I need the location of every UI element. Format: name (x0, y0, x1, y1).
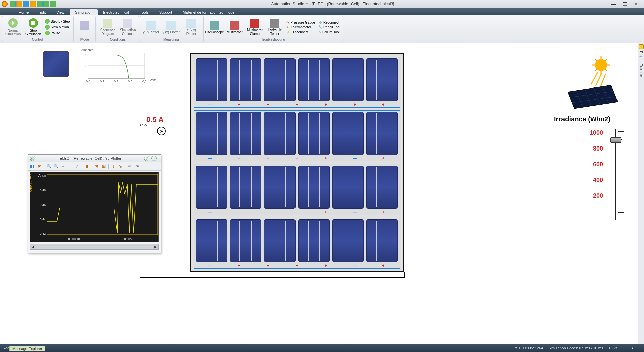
tab-electrotechnical[interactable]: Electrotechnical (98, 9, 135, 15)
disconnect-button[interactable]: ⚡Disconnect (285, 30, 316, 34)
oscilloscope-button[interactable]: Oscilloscope (205, 17, 224, 37)
fit-x-icon[interactable]: ↔ (60, 163, 66, 169)
scroll-track[interactable] (36, 244, 153, 249)
project-explorer-handle[interactable]: Project Explorer (638, 43, 644, 344)
pause-button[interactable]: Pause (44, 30, 71, 36)
solar-cell[interactable] (366, 112, 398, 155)
sep-icon[interactable]: ▮ (84, 163, 90, 169)
hydraulic-tester-button[interactable]: Hydraulic Tester (265, 17, 284, 37)
tab-tools[interactable]: Tools (135, 9, 154, 15)
qat-play-icon[interactable] (43, 1, 49, 7)
pin-icon[interactable] (639, 44, 644, 49)
save-plot-icon[interactable]: ↘ (117, 163, 123, 169)
pressure-gauge-button[interactable]: ◔Pressure Gauge (285, 20, 316, 25)
solar-cell[interactable] (230, 219, 262, 262)
wire (166, 85, 190, 85)
solar-cell[interactable] (196, 58, 227, 101)
solar-cell[interactable] (230, 112, 262, 155)
solar-cell[interactable] (332, 58, 364, 101)
qat-btn4-icon[interactable] (30, 1, 36, 7)
tab-simulation[interactable]: Simulation (70, 9, 98, 15)
mode-button[interactable] (75, 17, 94, 37)
pause-plot-icon[interactable]: ▮▮ (29, 163, 35, 169)
qat-step-icon[interactable] (50, 1, 56, 7)
export-icon[interactable]: ↧ (110, 163, 116, 169)
tab-training[interactable]: Matériel de formation technique (177, 9, 240, 15)
solar-cell[interactable] (298, 112, 330, 155)
solar-cell[interactable] (230, 166, 262, 209)
schematic-canvas[interactable]: Ampères 4 2 0 0,0 0,2 0,4 0,6 0,8 Volts … (0, 43, 638, 344)
minimize-button[interactable]: — (609, 1, 618, 7)
expand-icon[interactable]: › (151, 156, 157, 161)
grid-icon[interactable]: ▦ (101, 163, 107, 169)
zoom-slider-icon[interactable]: ───●─── (624, 346, 641, 350)
cursor-icon[interactable]: ✖ (94, 163, 100, 169)
simulation-options-button[interactable]: Simulation Options (118, 17, 137, 37)
plot-scrollbar[interactable]: ◀ ▶ (30, 244, 159, 250)
yx-plotter-button[interactable]: y (x) Plotter (162, 17, 180, 37)
titlebar: Automation Studio™ - [ELEC - (Renewable … (0, 0, 644, 8)
step-by-step-button[interactable]: Step by Step (44, 19, 71, 24)
power-icon[interactable]: ⏻ (30, 156, 35, 161)
zoom-in-icon[interactable]: 🔍 (46, 163, 52, 169)
yt-plotter-window[interactable]: ⏻ ELEC - (Renewable -Cell) : Yt_Plotter … (28, 154, 161, 253)
solar-cell[interactable] (366, 58, 398, 101)
multimeter-clamp-button[interactable]: Multimeter Clamp (245, 17, 264, 37)
solar-cell[interactable] (196, 166, 227, 209)
tab-edit[interactable]: Edit (34, 9, 51, 15)
solar-cell[interactable] (298, 58, 330, 101)
zxy-plotter-button[interactable]: z (x,y) Plotter (182, 17, 201, 37)
solar-panel-array[interactable]: —++++++ —++++—+ —++++—+ —++++—+ (190, 53, 404, 272)
zoom-out-icon[interactable]: 🔍 (53, 163, 59, 169)
solar-cell[interactable] (264, 166, 296, 209)
reconnect-button[interactable]: 🔗Reconnect (317, 20, 341, 25)
normal-simulation-button[interactable]: Normal Simulation (4, 17, 22, 37)
tab-view[interactable]: View (51, 9, 70, 15)
solar-cell[interactable] (196, 219, 227, 262)
help-icon[interactable]: ? (144, 156, 149, 161)
tab-home[interactable]: Home (13, 9, 34, 15)
tab-support[interactable]: Support (154, 9, 178, 15)
thermometer-button[interactable]: 🌡Thermometer (285, 25, 316, 30)
solar-cell[interactable] (264, 219, 296, 262)
solar-cell[interactable] (230, 58, 262, 101)
stop-simulation-button[interactable]: Stop Simulation (24, 17, 43, 37)
qat-undo-icon[interactable] (16, 1, 22, 7)
solar-cell[interactable] (196, 112, 227, 155)
plot-area[interactable]: Electric Current A 0.500.480.460.440.42 … (30, 172, 159, 242)
failure-tool-button[interactable]: ⚠Failure Tool (317, 30, 341, 34)
solar-cell[interactable] (332, 112, 364, 155)
fit-y-icon[interactable]: ↕ (67, 163, 73, 169)
solar-cell[interactable] (332, 166, 364, 209)
solar-cell[interactable] (332, 219, 364, 262)
solar-cell[interactable] (366, 166, 398, 209)
fit-icon[interactable]: ⤢ (74, 163, 80, 169)
slider-thumb[interactable] (610, 137, 621, 143)
multimeter-button[interactable]: Multimeter (225, 17, 244, 37)
qat-btn5-icon[interactable] (37, 1, 43, 7)
eye-icon[interactable]: 👁 (127, 163, 133, 169)
reference-solar-cell[interactable] (43, 51, 69, 77)
solar-cell[interactable] (264, 112, 296, 155)
ammeter-symbol[interactable]: ➤ (157, 127, 166, 135)
qat-redo-icon[interactable] (23, 1, 29, 7)
slow-motion-button[interactable]: Slow Motion (44, 24, 71, 30)
solar-cell[interactable] (298, 219, 330, 262)
scroll-right-icon[interactable]: ▶ (153, 244, 158, 249)
solar-cell[interactable] (366, 219, 398, 262)
message-explorer-button[interactable]: Message Explorer (9, 346, 45, 351)
yt-plotter-button[interactable]: y (t) Plotter (142, 17, 160, 37)
maximize-button[interactable]: 🗖 (621, 1, 629, 7)
solar-cell[interactable] (298, 166, 330, 209)
sequence-diagram-button[interactable]: Sequence Diagram (98, 17, 117, 37)
eye-off-icon[interactable]: 👁 (134, 163, 140, 169)
solar-cell[interactable] (264, 58, 296, 101)
status-zoom[interactable]: 135% (608, 346, 618, 350)
repair-tool-button[interactable]: 🔧Repair Tool (317, 25, 341, 30)
qat-save-icon[interactable] (10, 1, 16, 7)
tool-icon[interactable]: ✖ (36, 163, 42, 169)
slider-track[interactable] (606, 129, 625, 220)
scroll-left-icon[interactable]: ◀ (30, 244, 36, 249)
close-button[interactable]: ✕ (632, 1, 640, 7)
plotter-titlebar[interactable]: ⏻ ELEC - (Renewable -Cell) : Yt_Plotter … (28, 155, 161, 162)
